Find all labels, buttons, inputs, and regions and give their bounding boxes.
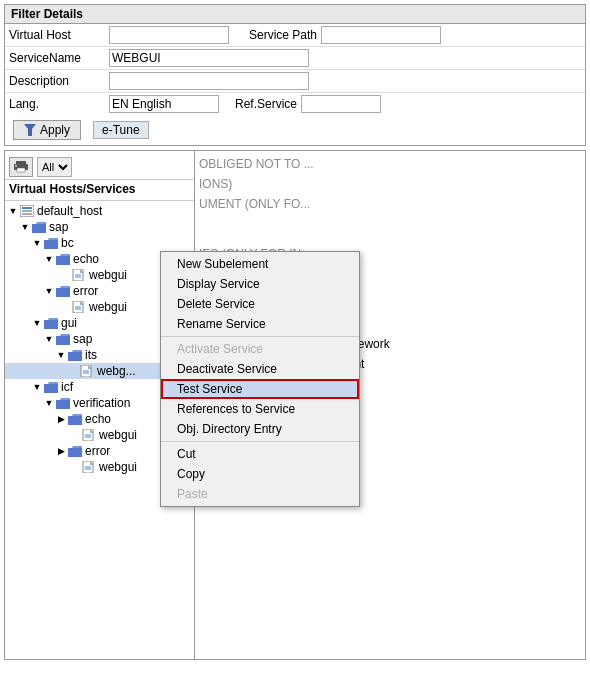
filter-row-lang: Lang. Ref.Service	[5, 93, 585, 115]
filter-row-virtual-host: Virtual Host Service Path	[5, 24, 585, 47]
echo2-folder-icon	[67, 412, 83, 426]
lang-input[interactable]	[109, 95, 219, 113]
node-label-bc: bc	[61, 236, 74, 250]
ctx-delete-service[interactable]: Delete Service	[161, 294, 359, 314]
expand-default-host[interactable]: ▼	[7, 205, 19, 217]
ctx-display-service[interactable]: Display Service	[161, 274, 359, 294]
folder-icon	[32, 221, 46, 233]
expand-webgui-5	[69, 461, 81, 473]
folder-icon-error2	[68, 445, 82, 457]
print-icon	[14, 161, 28, 173]
node-label-error2: error	[85, 444, 110, 458]
node-label-sap2: sap	[73, 332, 92, 346]
webgui-3-icon	[79, 364, 95, 378]
apply-label: Apply	[40, 123, 70, 137]
webgui-4-icon	[81, 428, 97, 442]
webgui-5-icon	[81, 460, 97, 474]
ctx-deactivate-service[interactable]: Deactivate Service	[161, 359, 359, 379]
node-label-webgui-1: webgui	[89, 268, 127, 282]
node-label-webgui-2: webgui	[89, 300, 127, 314]
expand-icf[interactable]: ▼	[31, 381, 43, 393]
error2-folder-icon	[67, 444, 83, 458]
lang-label: Lang.	[9, 97, 109, 111]
content-row-1: OBLIGED NOT TO ...	[199, 155, 581, 173]
filter-action-row: Apply e-Tune	[5, 115, 585, 145]
webgui-2-icon	[71, 300, 87, 314]
content-text-3: UMENT (ONLY FO...	[199, 197, 310, 211]
node-label-echo2: echo	[85, 412, 111, 426]
expand-webgui-4	[69, 429, 81, 441]
filter-row-service-name: ServiceName	[5, 47, 585, 70]
service-page-icon-5	[82, 461, 96, 473]
ctx-copy[interactable]: Copy	[161, 464, 359, 484]
error-folder-icon	[55, 284, 71, 298]
expand-echo2[interactable]: ▶	[55, 413, 67, 425]
tree-node-sap[interactable]: ▼ sap	[5, 219, 194, 235]
folder-icon-verification	[56, 397, 70, 409]
print-button[interactable]	[9, 157, 33, 177]
service-name-label: ServiceName	[9, 51, 109, 65]
tree-toolbar: All	[5, 155, 194, 180]
ctx-rename-service[interactable]: Rename Service	[161, 314, 359, 334]
context-menu: New Subelement Display Service Delete Se…	[160, 251, 360, 507]
bc-folder-icon	[43, 236, 59, 250]
expand-webgui-1	[59, 269, 71, 281]
expand-gui[interactable]: ▼	[31, 317, 43, 329]
expand-webgui-3	[67, 365, 79, 377]
expand-error2[interactable]: ▶	[55, 445, 67, 457]
service-page-icon-2	[72, 301, 86, 313]
sap-folder-icon	[31, 220, 47, 234]
service-path-input[interactable]	[321, 26, 441, 44]
icf-folder-icon	[43, 380, 59, 394]
folder-icon-its	[68, 349, 82, 361]
host-icon	[19, 204, 35, 218]
server-icon	[20, 205, 34, 217]
expand-sap2[interactable]: ▼	[43, 333, 55, 345]
webgui-1-icon	[71, 268, 87, 282]
virtual-host-input[interactable]	[109, 26, 229, 44]
view-select[interactable]: All	[37, 157, 72, 177]
ctx-separator-2	[161, 441, 359, 442]
tree-panel-title: Virtual Hosts/Services	[5, 180, 194, 201]
ctx-test-service[interactable]: Test Service	[161, 379, 359, 399]
service-page-icon	[72, 269, 86, 281]
service-page-icon-4	[82, 429, 96, 441]
description-input[interactable]	[109, 72, 309, 90]
expand-sap[interactable]: ▼	[19, 221, 31, 233]
expand-error[interactable]: ▼	[43, 285, 55, 297]
ctx-cut[interactable]: Cut	[161, 444, 359, 464]
expand-its[interactable]: ▼	[55, 349, 67, 361]
expand-bc[interactable]: ▼	[31, 237, 43, 249]
expand-verification[interactable]: ▼	[43, 397, 55, 409]
ctx-new-subelement[interactable]: New Subelement	[161, 254, 359, 274]
apply-button[interactable]: Apply	[13, 120, 81, 140]
service-name-input[interactable]	[109, 49, 309, 67]
folder-icon-gui	[44, 317, 58, 329]
ctx-references-to-service[interactable]: References to Service	[161, 399, 359, 419]
node-label-its: its	[85, 348, 97, 362]
svg-rect-3	[17, 168, 25, 172]
ctx-activate-service: Activate Service	[161, 339, 359, 359]
expand-echo[interactable]: ▼	[43, 253, 55, 265]
node-label-webgui-3: webg...	[97, 364, 136, 378]
content-row-2: IONS)	[199, 175, 581, 193]
node-label-icf: icf	[61, 380, 73, 394]
ctx-separator-1	[161, 336, 359, 337]
fine-tune-button[interactable]: e-Tune	[93, 121, 149, 139]
node-label-default-host: default_host	[37, 204, 102, 218]
folder-icon-echo	[56, 253, 70, 265]
folder-icon-echo2	[68, 413, 82, 425]
ctx-obj-directory[interactable]: Obj. Directory Entry	[161, 419, 359, 439]
tree-node-default-host[interactable]: ▼ default_host	[5, 203, 194, 219]
verification-folder-icon	[55, 396, 71, 410]
filter-row-description: Description	[5, 70, 585, 93]
service-path-label: Service Path	[249, 28, 317, 42]
tree-node-bc[interactable]: ▼ bc	[5, 235, 194, 251]
echo-folder-icon	[55, 252, 71, 266]
content-text-2: IONS)	[199, 177, 232, 191]
service-page-icon-3	[80, 365, 94, 377]
filter-title: Filter Details	[5, 5, 585, 24]
folder-icon-bc	[44, 237, 58, 249]
ref-service-input[interactable]	[301, 95, 381, 113]
node-label-echo: echo	[73, 252, 99, 266]
